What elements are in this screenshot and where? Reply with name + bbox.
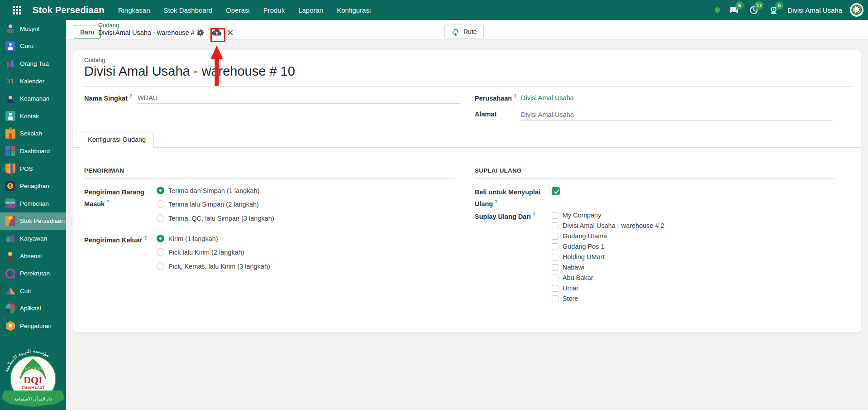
- radio-incoming-2step[interactable]: Terima lalu Simpan (2 langkah): [157, 200, 259, 208]
- checkbox-box[interactable]: [552, 243, 558, 250]
- checkbox-abu-bakar[interactable]: Abu Bakar: [552, 274, 593, 281]
- sidebar-item-pos[interactable]: POS: [0, 160, 66, 178]
- radio-unselected[interactable]: [157, 214, 164, 222]
- topbar-menu: Ringkasan Stok Dashboard Operasi Produk …: [118, 6, 371, 14]
- sidebar-item-kalender[interactable]: 31Kalender: [0, 72, 66, 90]
- screen: Stok Persediaan Ringkasan Stok Dashboard…: [0, 0, 868, 410]
- messages-button[interactable]: 6: [728, 4, 740, 16]
- menu-operasi[interactable]: Operasi: [226, 6, 250, 14]
- route-smart-button[interactable]: Rute: [444, 24, 484, 39]
- checkbox-nabawi[interactable]: Nabawi: [552, 264, 584, 271]
- sidebar-item-stok-persediaan[interactable]: Stok Persediaan: [0, 212, 66, 230]
- checkbox-box[interactable]: [552, 275, 558, 281]
- radio-selected[interactable]: [157, 187, 164, 194]
- checkbox-my-company[interactable]: My Company: [552, 212, 601, 219]
- radio-outgoing-3step[interactable]: Pick, Kemas, lalu Kirim (3 langkah): [157, 262, 270, 270]
- control-panel: Baru Gudang Divisi Amal Usaha - warehous…: [66, 20, 868, 40]
- snailmail-badge: 5: [775, 1, 783, 10]
- help-marker: ?: [106, 199, 109, 204]
- radio-incoming-3step[interactable]: Terima, QC, lalu Simpan (3 langkah): [157, 214, 274, 222]
- orang-tua-icon: [5, 58, 15, 68]
- warehouse-name-input[interactable]: Divisi Amal Usaha - warehouse # 10: [84, 64, 851, 87]
- help-marker: ?: [533, 212, 535, 217]
- company-link[interactable]: Divisi Amal Usaha: [521, 94, 574, 101]
- new-button[interactable]: Baru: [74, 25, 101, 39]
- sidebar-item-karyawan[interactable]: Karyawan: [0, 230, 66, 247]
- discard-changes-button[interactable]: [227, 29, 234, 38]
- form-sheet: Gudang Divisi Amal Usaha - warehouse # 1…: [73, 50, 861, 333]
- tab-konfigurasi-gudang[interactable]: Konfigurasi Gudang: [80, 131, 154, 148]
- sidebar-item-label: Absensi: [20, 253, 42, 260]
- main-area: Baru Gudang Divisi Amal Usaha - warehous…: [66, 20, 868, 410]
- radio-unselected[interactable]: [157, 262, 164, 270]
- pos-icon: [5, 164, 15, 174]
- radio-outgoing-1step[interactable]: Kirim (1 langkah): [157, 235, 218, 242]
- checkbox-box[interactable]: [552, 212, 558, 219]
- snailmail-button[interactable]: 5: [768, 4, 780, 16]
- menu-ringkasan[interactable]: Ringkasan: [118, 6, 150, 14]
- sidebar-item-orang-tua[interactable]: Orang Tua: [0, 55, 66, 72]
- sidebar-item-label: Guru: [20, 43, 33, 49]
- sidebar-item-dashboard[interactable]: Dashboard: [0, 142, 66, 160]
- annotation-arrow-up: [209, 44, 226, 86]
- radio-outgoing-2step[interactable]: Pick lalu Kirim (2 langkah): [157, 248, 244, 256]
- sidebar-item-kontak[interactable]: Kontak: [0, 107, 66, 125]
- checkbox-holding-umart[interactable]: Holding UMart: [552, 253, 605, 260]
- sidebar-item-pembelian[interactable]: Pembelian: [0, 195, 66, 212]
- checkbox-box[interactable]: [552, 254, 558, 260]
- checkbox-umar[interactable]: Umar: [552, 285, 578, 292]
- checkbox-box[interactable]: [552, 264, 558, 271]
- checkbox-box[interactable]: [552, 233, 558, 240]
- menu-laporan[interactable]: Laporan: [298, 6, 323, 14]
- employees-icon: [5, 233, 15, 243]
- sidebar-item-absensi[interactable]: Absensi: [0, 247, 66, 265]
- sidebar-item-sekolah[interactable]: Sekolah: [0, 125, 66, 143]
- menu-konfigurasi[interactable]: Konfigurasi: [337, 6, 371, 14]
- time-off-icon: [5, 286, 15, 296]
- sidebar-item-keamanan[interactable]: Keamanan: [0, 90, 66, 107]
- short-name-input[interactable]: WDAU: [138, 94, 460, 104]
- checkbox-box[interactable]: [552, 285, 558, 292]
- sidebar-item-musyrif[interactable]: Musyrif: [0, 20, 66, 38]
- apps-grid-icon[interactable]: [13, 6, 21, 14]
- calendar-icon: 31: [5, 76, 15, 86]
- address-input[interactable]: Divisi Amal Usaha: [521, 111, 833, 121]
- sidebar-item-label: Perekrutan: [20, 270, 50, 277]
- buy-to-resupply-checkbox[interactable]: [552, 187, 560, 195]
- activities-button[interactable]: 17: [748, 4, 760, 16]
- route-button-label: Rute: [463, 28, 477, 35]
- logo-arabic-bottom: دار القرآن الاستقامة: [14, 396, 52, 401]
- sidebar-item-perekrutan[interactable]: Perekrutan: [0, 265, 66, 282]
- organization-logo: مؤسسة التربية الاسلامية YAYASAN DQI TANA…: [0, 337, 66, 410]
- sidebar-item-label: POS: [20, 165, 33, 172]
- app-title[interactable]: Stok Persediaan: [33, 5, 105, 15]
- menu-produk[interactable]: Produk: [263, 6, 285, 14]
- checkbox-gudang-pos-1[interactable]: Gudang Pos 1: [552, 243, 605, 250]
- user-menu[interactable]: Divisi Amal Usaha: [787, 6, 842, 14]
- radio-incoming-1step[interactable]: Terima dan Simpan (1 langkah): [157, 187, 260, 194]
- sidebar-item-guru[interactable]: Guru: [0, 38, 66, 55]
- breadcrumb-model-link[interactable]: Gudang: [98, 22, 119, 29]
- checkbox-box[interactable]: [552, 295, 558, 302]
- sidebar-item-cuti[interactable]: Cuti: [0, 282, 66, 300]
- checkbox-box[interactable]: [552, 222, 558, 229]
- annotation-highlight-rectangle: [210, 28, 225, 42]
- online-status-dot: [715, 7, 720, 13]
- sidebar-item-penagihan[interactable]: Penagihan: [0, 177, 66, 195]
- checkbox-dau-warehouse-2[interactable]: Divisi Amal Usaha - warehouse # 2: [552, 222, 664, 229]
- resupply-from-label: Suplay Ulang Dari ?: [475, 212, 535, 220]
- record-settings-gear-button[interactable]: [196, 29, 204, 39]
- checkbox-gudang-utama[interactable]: Gudang Utama: [552, 232, 607, 240]
- radio-selected[interactable]: [157, 235, 164, 242]
- avatar[interactable]: [850, 3, 863, 17]
- sidebar-item-label: Pembelian: [20, 200, 49, 207]
- menu-stok-dashboard[interactable]: Stok Dashboard: [164, 6, 213, 14]
- checkbox-store[interactable]: Store: [552, 295, 578, 302]
- security-guard-icon: [5, 94, 15, 104]
- radio-unselected[interactable]: [157, 200, 164, 208]
- radio-unselected[interactable]: [157, 248, 164, 256]
- activities-badge: 17: [754, 1, 763, 10]
- sidebar-item-pengaturan[interactable]: Pengaturan: [0, 317, 66, 335]
- sidebar-item-aplikasi[interactable]: Aplikasi: [0, 300, 66, 318]
- record-type-label: Gudang: [84, 57, 105, 63]
